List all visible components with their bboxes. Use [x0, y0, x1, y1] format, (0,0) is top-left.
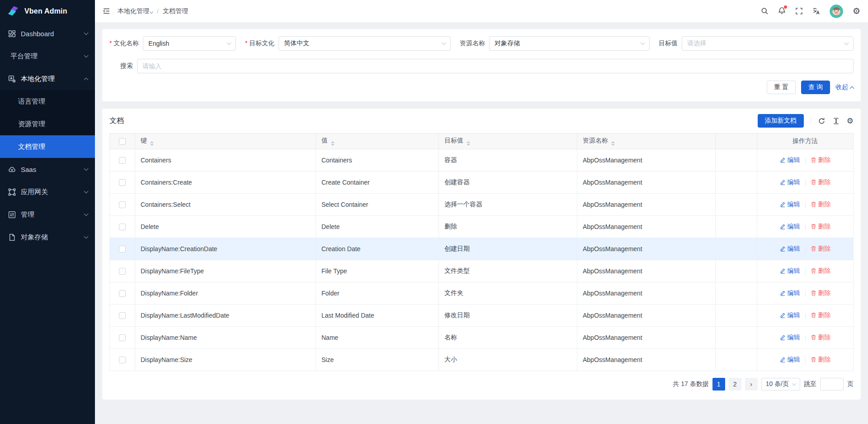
- fullscreen-icon[interactable]: [795, 7, 803, 15]
- sidebar-item-resource-mgmt[interactable]: 资源管理: [0, 113, 95, 135]
- search-input[interactable]: [137, 59, 854, 73]
- row-checkbox[interactable]: [119, 246, 126, 252]
- add-document-button[interactable]: 添加新文档: [758, 114, 804, 128]
- cell-target: 文件夹: [439, 282, 577, 305]
- sort-icon[interactable]: [150, 141, 154, 146]
- edit-link[interactable]: 编辑: [780, 223, 800, 231]
- menu-fold-icon[interactable]: [103, 7, 110, 15]
- total-count: 共 17 条数据: [673, 380, 708, 388]
- edit-link[interactable]: 编辑: [780, 245, 800, 253]
- cell-spacer: [716, 172, 757, 194]
- delete-link[interactable]: 删除: [811, 245, 831, 253]
- pencil-icon: [780, 357, 786, 362]
- jump-page-input[interactable]: [820, 378, 844, 391]
- culture-name-select[interactable]: English: [143, 36, 236, 51]
- translate-icon[interactable]: [812, 7, 820, 15]
- cell-actions: 编辑删除: [757, 349, 854, 371]
- sidebar-item-localization[interactable]: 本地化管理: [0, 67, 95, 90]
- notification-button[interactable]: [778, 7, 786, 16]
- edit-link[interactable]: 编辑: [780, 267, 800, 275]
- collapse-link[interactable]: 收起: [835, 83, 854, 91]
- sidebar-item-language-mgmt[interactable]: 语言管理: [0, 90, 95, 113]
- refresh-icon[interactable]: [818, 117, 826, 125]
- row-checkbox[interactable]: [119, 290, 126, 297]
- sidebar-item-gateway[interactable]: 应用网关: [0, 181, 95, 203]
- row-checkbox[interactable]: [119, 268, 126, 275]
- trash-icon: [811, 312, 816, 318]
- delete-link[interactable]: 删除: [811, 267, 831, 275]
- cell-target: 选择一个容器: [439, 194, 577, 216]
- breadcrumb-item-parent[interactable]: 本地化管理: [118, 7, 153, 15]
- sidebar-item-saas[interactable]: Saas: [0, 158, 95, 181]
- delete-link[interactable]: 删除: [811, 311, 831, 319]
- trash-icon: [811, 179, 816, 185]
- sidebar-item-admin[interactable]: 管理: [0, 203, 95, 226]
- row-checkbox[interactable]: [119, 357, 126, 363]
- row-checkbox[interactable]: [119, 157, 126, 164]
- edit-link[interactable]: 编辑: [780, 156, 800, 164]
- avatar[interactable]: [830, 5, 843, 18]
- target-culture-select[interactable]: 简体中文: [278, 36, 451, 51]
- edit-link[interactable]: 编辑: [780, 311, 800, 319]
- query-button[interactable]: 查 询: [801, 81, 830, 94]
- edit-link[interactable]: 编辑: [780, 178, 800, 186]
- row-checkbox[interactable]: [119, 312, 126, 319]
- chevron-up-icon: [84, 77, 89, 82]
- pencil-icon: [780, 246, 786, 252]
- cell-key: DisplayName:FileType: [135, 260, 316, 282]
- field-target-value: 目标值 请选择: [659, 36, 854, 51]
- table-settings-icon[interactable]: ⚙: [847, 117, 854, 125]
- sidebar-item-platform[interactable]: 平台管理: [0, 45, 95, 67]
- row-height-icon[interactable]: [832, 117, 840, 125]
- page-size-select[interactable]: 10 条/页: [761, 378, 800, 391]
- edit-link[interactable]: 编辑: [780, 289, 800, 297]
- action-divider: [805, 313, 806, 319]
- select-value: English: [148, 40, 169, 47]
- delete-link[interactable]: 删除: [811, 223, 831, 231]
- row-checkbox[interactable]: [119, 201, 126, 208]
- sidebar-item-dashboard[interactable]: Dashboard: [0, 22, 95, 45]
- cell-value: Name: [316, 327, 439, 349]
- search-icon[interactable]: [761, 7, 769, 15]
- logo[interactable]: Vben Admin: [0, 0, 95, 22]
- sort-icon[interactable]: [611, 141, 615, 146]
- settings-gear-icon[interactable]: ⚙: [853, 7, 860, 15]
- edit-link[interactable]: 编辑: [780, 333, 800, 342]
- delete-link[interactable]: 删除: [811, 200, 831, 209]
- sidebar-item-label: 管理: [21, 210, 80, 219]
- page-size-value: 10 条/页: [766, 380, 789, 388]
- resource-name-select[interactable]: 对象存储: [489, 36, 650, 51]
- delete-link[interactable]: 删除: [811, 156, 831, 164]
- target-value-select[interactable]: 请选择: [682, 36, 854, 51]
- sort-icon[interactable]: [467, 141, 470, 146]
- row-checkbox[interactable]: [119, 224, 126, 230]
- cell-actions: 编辑删除: [757, 282, 854, 305]
- vben-logo-icon: [6, 5, 20, 18]
- sidebar-item-object-storage[interactable]: 对象存储: [0, 226, 95, 248]
- edit-link[interactable]: 编辑: [780, 356, 800, 364]
- cell-resource: AbpOssManagement: [577, 149, 716, 172]
- edit-link[interactable]: 编辑: [780, 200, 800, 209]
- sort-icon[interactable]: [331, 141, 335, 146]
- cell-spacer: [716, 327, 757, 349]
- delete-link[interactable]: 删除: [811, 333, 831, 342]
- sidebar-item-label: 平台管理: [10, 52, 80, 61]
- field-search: 搜索: [109, 59, 854, 73]
- row-checkbox[interactable]: [119, 179, 126, 186]
- action-divider: [805, 202, 806, 208]
- reset-button[interactable]: 重 置: [767, 81, 796, 94]
- select-all-checkbox[interactable]: [119, 138, 126, 145]
- next-page-button[interactable]: ›: [745, 378, 758, 391]
- delete-link[interactable]: 删除: [811, 178, 831, 186]
- notification-badge: [784, 5, 787, 9]
- sidebar-item-document-mgmt[interactable]: 文档管理: [0, 135, 95, 158]
- page-button-2[interactable]: 2: [729, 378, 741, 391]
- action-divider: [805, 247, 806, 252]
- delete-link[interactable]: 删除: [811, 356, 831, 364]
- pencil-icon: [780, 334, 786, 340]
- jump-label: 跳至: [804, 380, 816, 388]
- table-row: Containers:SelectSelect Container选择一个容器A…: [110, 194, 854, 216]
- row-checkbox[interactable]: [119, 334, 126, 341]
- delete-link[interactable]: 删除: [811, 289, 831, 297]
- page-button-1[interactable]: 1: [712, 378, 725, 391]
